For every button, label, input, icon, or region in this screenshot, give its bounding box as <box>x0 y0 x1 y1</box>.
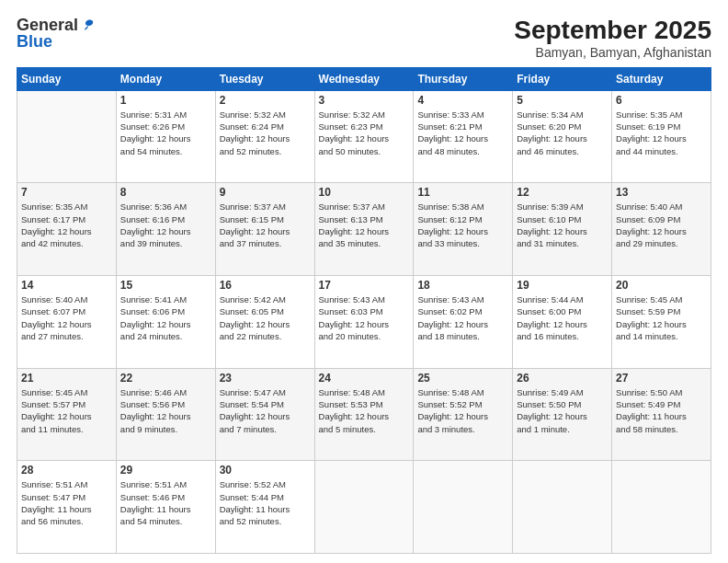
day-info: Sunrise: 5:43 AM Sunset: 6:02 PM Dayligh… <box>417 293 508 342</box>
day-info: Sunrise: 5:49 AM Sunset: 5:50 PM Dayligh… <box>517 386 608 435</box>
day-number: 18 <box>417 279 508 292</box>
calendar-day-cell: 9Sunrise: 5:37 AM Sunset: 6:15 PM Daylig… <box>215 183 314 276</box>
day-info: Sunrise: 5:37 AM Sunset: 6:15 PM Dayligh… <box>220 201 311 249</box>
calendar-day-cell: 1Sunrise: 5:31 AM Sunset: 6:26 PM Daylig… <box>116 90 215 183</box>
calendar-subtitle: Bamyan, Bamyan, Afghanistan <box>514 45 711 60</box>
day-number: 9 <box>220 186 311 199</box>
calendar-week-row: 28Sunrise: 5:51 AM Sunset: 5:47 PM Dayli… <box>17 461 711 554</box>
calendar-week-row: 7Sunrise: 5:35 AM Sunset: 6:17 PM Daylig… <box>17 183 711 276</box>
calendar-day-cell <box>17 90 117 183</box>
day-number: 17 <box>319 279 410 292</box>
calendar-day-cell: 11Sunrise: 5:38 AM Sunset: 6:12 PM Dayli… <box>414 183 513 276</box>
day-number: 2 <box>220 94 311 107</box>
day-info: Sunrise: 5:38 AM Sunset: 6:12 PM Dayligh… <box>417 201 508 249</box>
calendar-day-cell: 30Sunrise: 5:52 AM Sunset: 5:44 PM Dayli… <box>215 461 314 554</box>
weekday-header-sunday: Sunday <box>17 67 117 90</box>
day-number: 23 <box>220 372 311 385</box>
day-number: 13 <box>616 186 707 199</box>
day-info: Sunrise: 5:44 AM Sunset: 6:00 PM Dayligh… <box>517 293 608 342</box>
day-info: Sunrise: 5:48 AM Sunset: 5:52 PM Dayligh… <box>417 386 508 435</box>
weekday-header-thursday: Thursday <box>414 67 513 90</box>
day-number: 15 <box>120 279 211 292</box>
calendar-day-cell: 12Sunrise: 5:39 AM Sunset: 6:10 PM Dayli… <box>513 183 612 276</box>
day-number: 28 <box>21 464 112 477</box>
day-info: Sunrise: 5:50 AM Sunset: 5:49 PM Dayligh… <box>616 386 707 435</box>
calendar-day-cell: 15Sunrise: 5:41 AM Sunset: 6:06 PM Dayli… <box>116 276 215 369</box>
day-number: 1 <box>120 94 211 107</box>
calendar-day-cell: 20Sunrise: 5:45 AM Sunset: 5:59 PM Dayli… <box>612 276 711 369</box>
day-number: 12 <box>517 186 608 199</box>
calendar-day-cell <box>513 461 612 554</box>
calendar-day-cell: 19Sunrise: 5:44 AM Sunset: 6:00 PM Dayli… <box>513 276 612 369</box>
calendar-day-cell: 16Sunrise: 5:42 AM Sunset: 6:05 PM Dayli… <box>215 276 314 369</box>
day-number: 26 <box>517 372 608 385</box>
calendar-day-cell: 5Sunrise: 5:34 AM Sunset: 6:20 PM Daylig… <box>513 90 612 183</box>
calendar-day-cell: 17Sunrise: 5:43 AM Sunset: 6:03 PM Dayli… <box>314 276 414 369</box>
calendar-day-cell: 23Sunrise: 5:47 AM Sunset: 5:54 PM Dayli… <box>215 368 314 461</box>
day-info: Sunrise: 5:40 AM Sunset: 6:07 PM Dayligh… <box>21 293 112 342</box>
calendar-day-cell: 29Sunrise: 5:51 AM Sunset: 5:46 PM Dayli… <box>116 461 215 554</box>
day-number: 30 <box>220 464 311 477</box>
calendar-day-cell: 22Sunrise: 5:46 AM Sunset: 5:56 PM Dayli… <box>116 368 215 461</box>
day-info: Sunrise: 5:32 AM Sunset: 6:23 PM Dayligh… <box>319 109 410 157</box>
calendar-day-cell <box>612 461 711 554</box>
page: General Blue September 2025 Bamyan, Bamy… <box>0 0 728 563</box>
day-info: Sunrise: 5:31 AM Sunset: 6:26 PM Dayligh… <box>120 109 211 157</box>
day-number: 21 <box>21 372 112 385</box>
calendar-day-cell: 24Sunrise: 5:48 AM Sunset: 5:53 PM Dayli… <box>314 368 414 461</box>
day-info: Sunrise: 5:52 AM Sunset: 5:44 PM Dayligh… <box>220 478 311 527</box>
logo: General Blue <box>17 17 97 52</box>
day-info: Sunrise: 5:36 AM Sunset: 6:16 PM Dayligh… <box>120 201 211 249</box>
day-info: Sunrise: 5:37 AM Sunset: 6:13 PM Dayligh… <box>319 201 410 249</box>
calendar-day-cell: 25Sunrise: 5:48 AM Sunset: 5:52 PM Dayli… <box>414 368 513 461</box>
day-number: 22 <box>120 372 211 385</box>
day-info: Sunrise: 5:45 AM Sunset: 5:59 PM Dayligh… <box>616 293 707 342</box>
calendar-week-row: 21Sunrise: 5:45 AM Sunset: 5:57 PM Dayli… <box>17 368 711 461</box>
calendar-day-cell: 2Sunrise: 5:32 AM Sunset: 6:24 PM Daylig… <box>215 90 314 183</box>
day-info: Sunrise: 5:39 AM Sunset: 6:10 PM Dayligh… <box>517 201 608 249</box>
day-number: 20 <box>616 279 707 292</box>
weekday-header-wednesday: Wednesday <box>314 67 414 90</box>
day-number: 14 <box>21 279 112 292</box>
weekday-header-friday: Friday <box>513 67 612 90</box>
calendar-day-cell: 3Sunrise: 5:32 AM Sunset: 6:23 PM Daylig… <box>314 90 414 183</box>
weekday-header-tuesday: Tuesday <box>215 67 314 90</box>
calendar-day-cell: 6Sunrise: 5:35 AM Sunset: 6:19 PM Daylig… <box>612 90 711 183</box>
calendar-week-row: 1Sunrise: 5:31 AM Sunset: 6:26 PM Daylig… <box>17 90 711 183</box>
calendar-day-cell <box>314 461 414 554</box>
day-number: 24 <box>319 372 410 385</box>
day-number: 11 <box>417 186 508 199</box>
calendar-day-cell: 7Sunrise: 5:35 AM Sunset: 6:17 PM Daylig… <box>17 183 117 276</box>
day-number: 27 <box>616 372 707 385</box>
calendar-day-cell: 4Sunrise: 5:33 AM Sunset: 6:21 PM Daylig… <box>414 90 513 183</box>
day-number: 6 <box>616 94 707 107</box>
day-number: 5 <box>517 94 608 107</box>
day-info: Sunrise: 5:47 AM Sunset: 5:54 PM Dayligh… <box>220 386 311 435</box>
weekday-header-row: SundayMondayTuesdayWednesdayThursdayFrid… <box>17 67 711 90</box>
day-info: Sunrise: 5:43 AM Sunset: 6:03 PM Dayligh… <box>319 293 410 342</box>
day-info: Sunrise: 5:34 AM Sunset: 6:20 PM Dayligh… <box>517 109 608 157</box>
day-number: 16 <box>220 279 311 292</box>
day-info: Sunrise: 5:41 AM Sunset: 6:06 PM Dayligh… <box>120 293 211 342</box>
calendar-day-cell: 28Sunrise: 5:51 AM Sunset: 5:47 PM Dayli… <box>17 461 117 554</box>
weekday-header-saturday: Saturday <box>612 67 711 90</box>
day-info: Sunrise: 5:32 AM Sunset: 6:24 PM Dayligh… <box>220 109 311 157</box>
title-block: September 2025 Bamyan, Bamyan, Afghanist… <box>514 17 711 60</box>
calendar-day-cell: 14Sunrise: 5:40 AM Sunset: 6:07 PM Dayli… <box>17 276 117 369</box>
calendar-day-cell: 8Sunrise: 5:36 AM Sunset: 6:16 PM Daylig… <box>116 183 215 276</box>
day-number: 7 <box>21 186 112 199</box>
calendar-table: SundayMondayTuesdayWednesdayThursdayFrid… <box>17 67 711 554</box>
calendar-title: September 2025 <box>514 17 711 45</box>
day-number: 8 <box>120 186 211 199</box>
day-info: Sunrise: 5:35 AM Sunset: 6:19 PM Dayligh… <box>616 109 707 157</box>
header: General Blue September 2025 Bamyan, Bamy… <box>17 17 711 60</box>
logo-bird-icon <box>80 17 97 34</box>
day-info: Sunrise: 5:51 AM Sunset: 5:47 PM Dayligh… <box>21 478 112 527</box>
calendar-day-cell: 21Sunrise: 5:45 AM Sunset: 5:57 PM Dayli… <box>17 368 117 461</box>
day-info: Sunrise: 5:48 AM Sunset: 5:53 PM Dayligh… <box>319 386 410 435</box>
day-number: 29 <box>120 464 211 477</box>
calendar-week-row: 14Sunrise: 5:40 AM Sunset: 6:07 PM Dayli… <box>17 276 711 369</box>
day-number: 4 <box>417 94 508 107</box>
day-info: Sunrise: 5:40 AM Sunset: 6:09 PM Dayligh… <box>616 201 707 249</box>
calendar-day-cell: 26Sunrise: 5:49 AM Sunset: 5:50 PM Dayli… <box>513 368 612 461</box>
